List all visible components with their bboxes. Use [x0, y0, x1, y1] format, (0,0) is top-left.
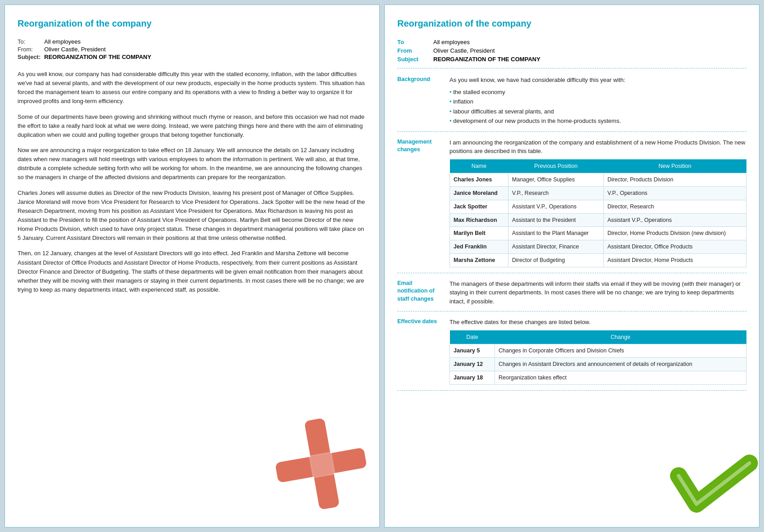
row7-name: Marsha Zettone [450, 253, 508, 267]
row6-name: Jed Franklin [450, 240, 508, 254]
row4-new: Assistant V.P., Operations [603, 213, 746, 227]
email-text: The managers of these departments will i… [449, 280, 741, 305]
col-new-pos: New Position [603, 159, 746, 173]
row1-prev: Manager, Office Supplies [508, 173, 604, 187]
row3-prev: Assistant V.P., Operations [508, 200, 604, 213]
management-table: Name Previous Position New Position Char… [449, 159, 746, 267]
dates-col-date: Date [450, 330, 495, 344]
col-prev-pos: Previous Position [508, 159, 604, 173]
to-label: To: [18, 38, 44, 45]
right-from-value: Oliver Castle, President [433, 46, 546, 55]
dates-row: January 5 Changes in Corporate Officers … [450, 344, 746, 358]
section-management: Management changes I am announcing the r… [397, 138, 746, 273]
background-label: Background [397, 76, 442, 126]
col-name: Name [450, 159, 508, 173]
dates-row: January 12 Changes in Assistant Director… [450, 358, 746, 371]
check-mark-overlay [669, 437, 759, 527]
email-content: The managers of these departments will i… [449, 280, 746, 306]
background-content: As you well know, we have had considerab… [449, 76, 746, 126]
email-label: Email notification of staff changes [397, 280, 442, 306]
paragraph-4: Charles Jones will assume duties as Dire… [18, 189, 367, 243]
svg-rect-2 [302, 416, 341, 512]
dates-col-change: Change [495, 330, 746, 344]
table-row: Max Richardson Assistant to the Presiden… [450, 213, 746, 227]
paragraph-1: As you well know, our company has had co… [18, 70, 367, 106]
right-to-value: All employees [433, 38, 546, 46]
from-value: Oliver Castle, President [44, 45, 155, 53]
right-subject-label: Subject [397, 55, 433, 63]
change-1: Changes in Corporate Officers and Divisi… [495, 344, 746, 358]
row5-prev: Assistant to the Plant Manager [508, 227, 604, 240]
table-row: Jed Franklin Assistant Director, Finance… [450, 240, 746, 254]
section-email: Email notification of staff changes The … [397, 280, 746, 312]
paragraph-2: Some of our departments have been growin… [18, 113, 367, 140]
right-title: Reorganization of the company [397, 18, 746, 29]
row2-prev: V.P., Research [508, 187, 604, 200]
bullet-2: inflation [449, 97, 746, 107]
right-from-label: From [397, 46, 433, 55]
from-label: From: [18, 45, 44, 53]
management-label: Management changes [397, 138, 442, 267]
right-header: To All employees From Oliver Castle, Pre… [397, 38, 746, 68]
left-title: Reorganization of the company [18, 18, 367, 29]
dates-label: Effective dates [397, 318, 442, 385]
row3-new: Director, Research [603, 200, 746, 213]
paragraph-5: Then, on 12 January, changes at the leve… [18, 249, 367, 294]
row5-name: Marilyn Belt [450, 227, 508, 240]
date-3: January 18 [450, 371, 495, 384]
row7-new: Assistant Director, Home Products [603, 253, 746, 267]
change-2: Changes in Assistant Directors and annou… [495, 358, 746, 371]
right-to-label: To [397, 38, 433, 46]
table-row: Marsha Zettone Director of Budgeting Ass… [450, 253, 746, 267]
row2-new: V.P., Operations [603, 187, 746, 200]
dates-table: Date Change January 5 Changes in Corpora… [449, 330, 746, 385]
table-row: Jack Spotter Assistant V.P., Operations … [450, 200, 746, 213]
to-value: All employees [44, 38, 155, 45]
row2-name: Janice Moreland [450, 187, 508, 200]
management-text: I am announcing the reorganization of th… [449, 139, 745, 155]
date-1: January 5 [450, 344, 495, 358]
row4-name: Max Richardson [450, 213, 508, 227]
svg-rect-1 [275, 447, 367, 483]
background-list: the stalled economy inflation labour dif… [449, 87, 746, 126]
subject-label: Subject: [18, 53, 44, 61]
bullet-1: the stalled economy [449, 87, 746, 97]
row5-new: Director, Home Products Division (new di… [603, 227, 746, 240]
date-2: January 12 [450, 358, 495, 371]
bullet-3: labour difficulties at several plants, a… [449, 107, 746, 117]
row1-new: Director, Products Division [603, 173, 746, 187]
table-row: Charles Jones Manager, Office Supplies D… [450, 173, 746, 187]
right-subject-value: REORGANIZATION OF THE COMPANY [433, 55, 546, 63]
paragraph-3: Now we are announcing a major reorganiza… [18, 146, 367, 182]
left-panel: Reorganization of the company To: All em… [4, 5, 380, 527]
left-body: As you well know, our company has had co… [18, 70, 367, 294]
row6-new: Assistant Director, Office Products [603, 240, 746, 254]
svg-rect-0 [304, 418, 340, 510]
table-row: Marilyn Belt Assistant to the Plant Mana… [450, 227, 746, 240]
row1-name: Charles Jones [450, 173, 508, 187]
right-panel: Reorganization of the company To All emp… [384, 5, 760, 527]
left-header: To: All employees From: Oliver Castle, P… [18, 38, 367, 61]
management-content: I am announcing the reorganization of th… [449, 138, 746, 267]
dates-content: The effective dates for these changes ar… [449, 318, 746, 385]
subject-value: REORGANIZATION OF THE COMPANY [44, 53, 155, 61]
section-dates: Effective dates The effective dates for … [397, 318, 746, 391]
section-background: Background As you well know, we have had… [397, 76, 746, 132]
row3-name: Jack Spotter [450, 200, 508, 213]
x-mark-overlay [271, 415, 370, 514]
dates-text: The effective dates for these changes ar… [449, 319, 590, 325]
row7-prev: Director of Budgeting [508, 253, 604, 267]
row6-prev: Assistant Director, Finance [508, 240, 604, 254]
table-row: Janice Moreland V.P., Research V.P., Ope… [450, 187, 746, 200]
row4-prev: Assistant to the President [508, 213, 604, 227]
bullet-4: development of our new products in the h… [449, 116, 746, 126]
dates-row: January 18 Reorganization takes effect [450, 371, 746, 384]
background-intro: As you well know, we have had considerab… [449, 77, 625, 83]
change-3: Reorganization takes effect [495, 371, 746, 384]
svg-rect-3 [274, 446, 369, 484]
